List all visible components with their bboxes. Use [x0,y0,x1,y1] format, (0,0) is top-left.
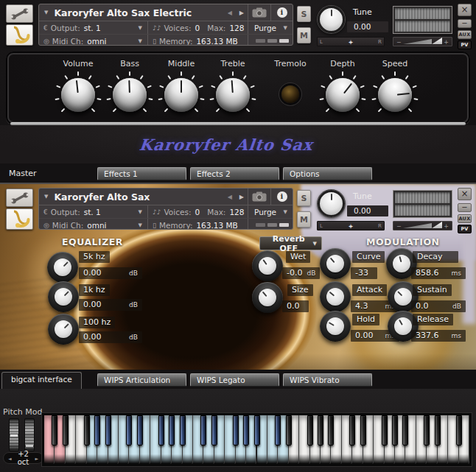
info-button[interactable]: i [270,189,293,205]
midi-channel-select[interactable]: ◎ Midi Ch: omni ▼ [39,219,147,230]
black-key[interactable] [360,415,366,445]
info-button[interactable]: i [270,4,293,21]
minimize-icon[interactable]: − [458,203,472,212]
pan-slider[interactable]: L ◂|▸ R [317,37,385,46]
sustain-value[interactable]: 0.0dB [411,300,466,312]
black-key[interactable] [63,415,69,445]
black-key[interactable] [169,415,175,445]
black-key[interactable] [180,415,186,445]
black-key[interactable] [349,415,355,445]
next-instrument-icon[interactable]: ▶ [239,10,244,16]
mod-wheel[interactable] [24,418,35,451]
tune-value[interactable]: 0.00 [347,205,388,216]
size-value[interactable]: 0.0 [282,300,309,312]
aux-button[interactable]: aux [458,30,472,39]
eq-band-gain[interactable]: 0.00dB [79,299,142,311]
output-select[interactable]: € Output: st. 1 ▼ [39,21,147,34]
eq-100-knob[interactable] [48,314,79,345]
octave-shift-button[interactable]: ◄ +2 oct ► [3,452,43,464]
close-icon[interactable]: × [458,4,472,16]
black-key[interactable] [243,415,249,445]
solo-button[interactable]: S [297,6,311,22]
black-key[interactable] [200,415,206,445]
tremolo-led-button[interactable] [281,85,299,103]
black-key[interactable] [456,415,462,445]
black-key[interactable] [328,415,334,445]
solo-button[interactable]: S [297,190,311,206]
prev-instrument-icon[interactable]: ◀ [228,194,232,200]
black-key[interactable] [84,415,90,445]
black-key[interactable] [275,415,281,445]
reverb-select-button[interactable]: Reverb OFF ▼ [259,236,322,250]
pv-button[interactable]: pv [458,40,472,49]
instrument-icon-button[interactable] [6,208,33,230]
purge-menu[interactable]: Purge ▼ [248,21,293,34]
black-key[interactable] [382,415,388,445]
black-key[interactable] [137,415,143,445]
mute-button[interactable]: M [297,27,311,43]
instrument-icon-button[interactable] [6,24,33,46]
black-key[interactable] [392,415,398,445]
output-select[interactable]: € Output: st. 1 ▼ [39,205,147,218]
prev-instrument-icon[interactable]: ◀ [228,10,232,16]
curve-knob[interactable] [320,248,351,279]
volume-handle[interactable] [432,38,442,44]
tune-value[interactable]: 0.00 [347,21,388,32]
instrument-title[interactable]: Karoryfer Alto Sax Electric [54,7,223,18]
black-key[interactable] [402,415,408,445]
bass-knob[interactable] [113,78,147,112]
eq-band-gain[interactable]: 0.00dB [79,331,142,343]
black-key[interactable] [318,415,323,445]
max-value[interactable]: 128 [229,24,244,32]
minimize-icon[interactable]: − [458,19,472,28]
black-key[interactable] [211,415,217,445]
hold-knob[interactable] [320,311,351,342]
close-icon[interactable]: × [458,188,472,200]
volume-slider[interactable]: − + [393,221,452,230]
volume-slider[interactable]: − + [393,37,452,46]
eq-5k-knob[interactable] [47,252,78,283]
chevron-down-icon[interactable]: ▼ [44,10,48,15]
purge-menu[interactable]: Purge ▼ [248,205,293,218]
release-value[interactable]: 337.6ms [411,330,466,342]
eq-1k-knob[interactable] [48,281,79,312]
tab-options[interactable]: Options [283,167,372,180]
black-key[interactable] [126,415,132,445]
tune-knob[interactable] [318,6,345,33]
pitch-wheel[interactable] [9,418,19,451]
black-key[interactable] [52,415,57,445]
pan-slider[interactable]: L ◂|▸ R [317,221,385,230]
depth-knob[interactable] [326,78,360,112]
black-key[interactable] [307,415,313,445]
tab-master[interactable]: Master [9,169,37,178]
black-key[interactable] [254,415,260,445]
curve-value[interactable]: -33 [351,267,377,279]
pv-button[interactable]: pv [458,225,472,233]
eq-band-gain[interactable]: 0.00dB [79,267,142,279]
black-key[interactable] [435,415,441,445]
volume-handle[interactable] [432,222,442,228]
midi-channel-select[interactable]: ◎ Midi Ch: omni ▼ [39,35,147,46]
black-key[interactable] [158,415,164,445]
wrench-edit-button[interactable] [6,189,33,207]
tab-effects-1[interactable]: Effects 1 [97,167,186,180]
black-key[interactable] [94,415,100,445]
treble-knob[interactable] [216,78,250,112]
black-key[interactable] [233,415,239,445]
chevron-down-icon[interactable]: ▼ [44,194,48,200]
next-instrument-icon[interactable]: ▶ [239,194,244,200]
black-key[interactable] [286,415,292,445]
octave-prev-icon[interactable]: ◄ [8,456,12,461]
wrench-edit-button[interactable] [6,4,33,23]
tab-bigcat-interface[interactable]: bigcat interface [1,372,82,389]
aux-button[interactable]: aux [458,214,472,223]
decay-value[interactable]: 858.6ms [411,267,466,279]
mute-button[interactable]: M [297,211,311,228]
snapshot-camera-button[interactable] [248,4,270,21]
tab-effects-2[interactable]: Effects 2 [190,167,279,180]
tab-wips-articulation[interactable]: WIPS Articulation [97,373,186,387]
speed-knob[interactable] [378,78,412,112]
snapshot-camera-button[interactable] [248,189,270,205]
octave-next-icon[interactable]: ► [35,456,38,461]
black-key[interactable] [105,415,111,445]
